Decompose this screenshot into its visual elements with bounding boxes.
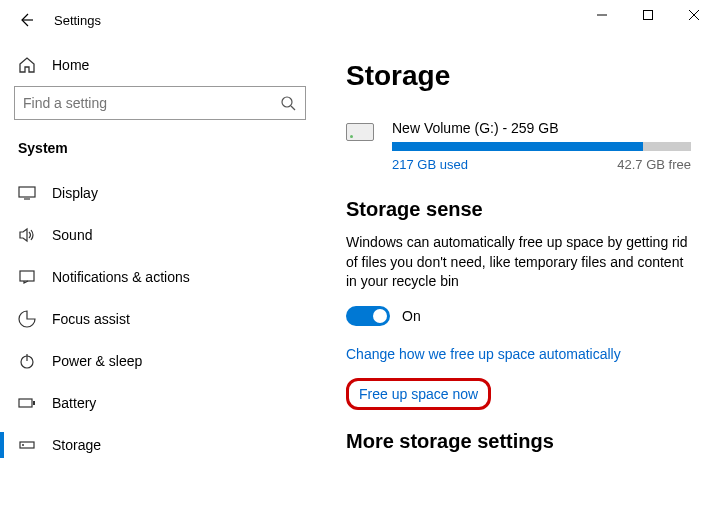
highlight-annotation: Free up space now [346, 378, 491, 410]
focus-assist-icon [18, 310, 36, 328]
sidebar-home[interactable]: Home [14, 46, 306, 86]
sidebar-item-battery[interactable]: Battery [14, 382, 306, 424]
link-change-free-up[interactable]: Change how we free up space automaticall… [346, 346, 691, 362]
storage-sense-heading: Storage sense [346, 198, 691, 221]
sidebar: Home System Display Sound Notifications … [0, 38, 320, 514]
sidebar-item-power-sleep[interactable]: Power & sleep [14, 340, 306, 382]
content-pane: Storage New Volume (G:) - 259 GB 217 GB … [320, 38, 717, 514]
sound-icon [18, 226, 36, 244]
svg-rect-9 [20, 271, 34, 281]
svg-rect-1 [644, 11, 653, 20]
power-icon [18, 352, 36, 370]
svg-rect-13 [33, 401, 35, 405]
storage-sense-toggle-row: On [346, 306, 691, 326]
svg-line-6 [291, 106, 295, 110]
search-icon [279, 94, 297, 112]
nav-label: Power & sleep [52, 353, 142, 369]
drive-block[interactable]: New Volume (G:) - 259 GB 217 GB used 42.… [346, 120, 691, 172]
page-title: Storage [346, 60, 691, 92]
close-button[interactable] [671, 0, 717, 30]
svg-rect-12 [19, 399, 32, 407]
storage-used-label: 217 GB used [392, 157, 468, 172]
storage-bar [392, 142, 691, 151]
notifications-icon [18, 268, 36, 286]
svg-point-15 [22, 444, 24, 446]
search-input[interactable] [23, 95, 279, 111]
nav-label: Focus assist [52, 311, 130, 327]
storage-free-label: 42.7 GB free [617, 157, 691, 172]
sidebar-item-storage[interactable]: Storage [14, 424, 306, 466]
more-storage-heading: More storage settings [346, 430, 691, 453]
home-icon [18, 56, 36, 74]
sidebar-section-label: System [14, 136, 306, 172]
sidebar-home-label: Home [52, 57, 89, 73]
nav-label: Notifications & actions [52, 269, 190, 285]
minimize-button[interactable] [579, 0, 625, 30]
storage-sense-toggle-label: On [402, 308, 421, 324]
link-free-up-now[interactable]: Free up space now [359, 386, 478, 402]
sidebar-item-sound[interactable]: Sound [14, 214, 306, 256]
drive-icon [346, 123, 374, 141]
maximize-button[interactable] [625, 0, 671, 30]
nav-label: Display [52, 185, 98, 201]
storage-sense-desc: Windows can automatically free up space … [346, 233, 691, 292]
display-icon [18, 184, 36, 202]
battery-icon [18, 394, 36, 412]
storage-bar-fill [392, 142, 643, 151]
back-arrow-icon[interactable] [18, 12, 34, 28]
window-controls [579, 0, 717, 30]
nav-label: Battery [52, 395, 96, 411]
search-box[interactable] [14, 86, 306, 120]
sidebar-item-notifications[interactable]: Notifications & actions [14, 256, 306, 298]
nav-label: Sound [52, 227, 92, 243]
storage-icon [18, 436, 36, 454]
drive-name: New Volume (G:) - 259 GB [392, 120, 691, 136]
storage-sense-toggle[interactable] [346, 306, 390, 326]
svg-rect-7 [19, 187, 35, 197]
sidebar-item-display[interactable]: Display [14, 172, 306, 214]
nav-label: Storage [52, 437, 101, 453]
svg-point-5 [282, 97, 292, 107]
app-title: Settings [54, 13, 101, 28]
sidebar-item-focus-assist[interactable]: Focus assist [14, 298, 306, 340]
